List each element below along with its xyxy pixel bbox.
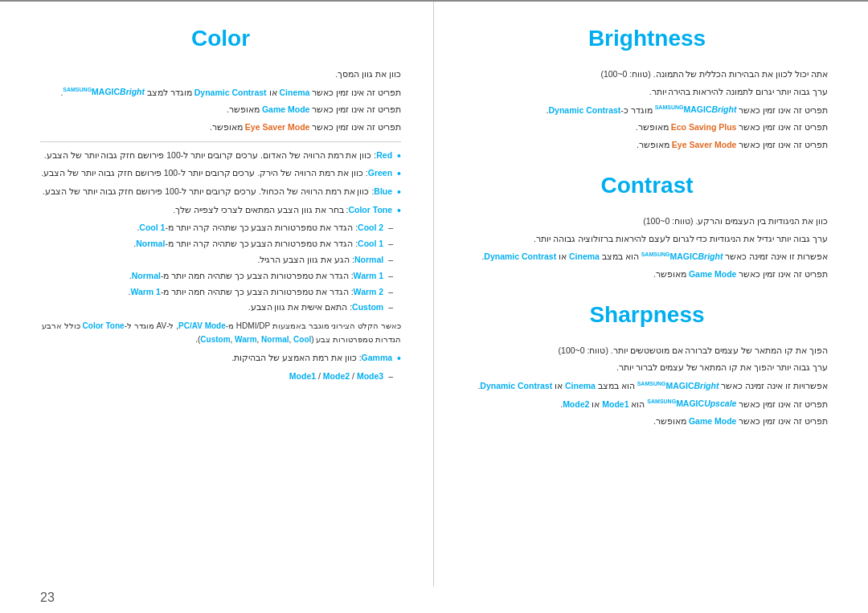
color-hdmi-note: כאשר הקלט הצירוני מוגבר באמצעות HDMI/DP … [40,319,401,346]
dash-text-warm1: Warm 1: הגדר את טמפרטורות הצבע כך שתהיה … [40,269,383,284]
color-intro: כוון את גוון המסך. [40,67,401,82]
brightness-p4: תפריט זה אינו זמין כאשר Eco Saving Plus … [466,121,828,135]
brightness-title: Brightness [466,26,828,51]
sharpness-body: הפוך את קו המתאר של עצמים לברורה אם מוטש… [466,344,828,429]
dash-text-custom: Custom: התאם אישית את גוון הצבע. [40,300,383,315]
bullet-blue: • Blue: כוון את רמת הרוויה של הכחול. ערכ… [40,185,401,201]
divider1 [40,141,401,142]
brightness-p3: תפריט זה אינו זמין כאשר SAMSUNGMAGICBrig… [466,103,828,117]
right-column: Brightness אתה יכול לכוון את הבהירות הכל… [434,2,868,586]
contrast-p2: ערך גבוה יותר יגדיל את הניגודיות כדי לגר… [466,232,828,247]
dash-warm2: – Warm 2: הגדר את טמפרטורות הצבע כך שתהי… [40,285,401,300]
dash-text-warm2: Warm 2: הגדר את טמפרטורות הצבע כך שתהיה … [40,285,383,300]
brightness-p1: אתה יכול לכוון את הבהירות הכללית של התמו… [466,67,828,82]
contrast-body: כוון את הניגודיות בין העצמים והרקע. (טוו… [466,215,828,282]
contrast-section: Contrast כוון את הניגודיות בין העצמים וה… [466,173,828,282]
brightness-section: Brightness אתה יכול לכוון את הבהירות הכל… [466,26,828,153]
bullet-gamma: • Gamma: כוון את רמת האמצע של הבהיקות. [40,351,401,367]
contrast-p3: אפשרות זו אינה זמינה כאשר SAMSUNGMAGICBr… [466,249,828,264]
dash-text-cool1: Cool 1: הגדר את טמפרטורות הצבע כך שתהיה … [40,237,383,251]
contrast-title: Contrast [466,173,828,198]
dash-marker-warm2: – [388,285,393,300]
dash-text-gamma-modes: Mode1 / Mode2 / Mode3 [40,370,383,384]
dash-marker-custom: – [388,300,393,315]
bullet-text-green: Green: כוון את רמת הרוויה של הירק. ערכים… [40,166,392,181]
bullet-text-gamma: Gamma: כוון את רמת האמצע של הבהיקות. [40,351,392,366]
dash-text-normal: Normal: הגע את גוון הצבע הרגיל. [40,253,383,268]
content-area: Color כוון את גוון המסך. תפריט זה אינו ז… [0,2,868,586]
page-number: 23 [40,591,55,605]
dash-normal: – Normal: הגע את גוון הצבע הרגיל. [40,253,401,268]
bullet-dot-red: • [397,149,401,165]
dash-marker-normal: – [388,253,393,268]
contrast-p4: תפריט זה אינו זמין כאשר Game Mode מאופשר… [466,268,828,282]
color-body: כוון את גוון המסך. תפריט זה אינו זמין כא… [40,67,401,384]
brightness-body: אתה יכול לכוון את הבהירות הכללית של התמו… [466,67,828,153]
dash-text-cool2: Cool 2: הגדר את טמפרטורות הצבע כך שתהיה … [40,221,383,235]
bullet-color-tone: • Color Tone: בחר את גוון הצבע המתאים לצ… [40,203,401,219]
dash-marker-warm1: – [388,269,393,284]
page: Color כוון את גוון המסך. תפריט זה אינו ז… [0,0,868,613]
dash-marker-gamma: – [388,370,393,384]
bullet-text-color-tone: Color Tone: בחר את גוון הצבע המתאים לצרכ… [40,203,392,218]
dash-gamma-modes: – Mode1 / Mode2 / Mode3 [40,370,401,384]
bottom-area: 23 [0,586,868,613]
bullet-dot-green: • [397,166,401,182]
dash-marker-cool2: – [388,221,393,235]
sharpness-p5: תפריט זה אינו זמין כאשר Game Mode מאופשר… [466,415,828,429]
bullet-dot-color-tone: • [397,203,401,219]
bullet-green: • Green: כוון את רמת הרוויה של הירק. ערכ… [40,166,401,182]
color-title: Color [40,26,401,51]
dash-marker-cool1: – [388,237,393,251]
dash-cool1: – Cool 1: הגדר את טמפרטורות הצבע כך שתהי… [40,237,401,251]
brightness-p2: ערך גבוה יותר יגרום לתמונה להיראות בהירה… [466,85,828,100]
bullet-dot-gamma: • [397,351,401,367]
color-note3: תפריט זה אינו זמין כאשר Eye Saver Mode מ… [40,121,401,135]
color-note2: תפריט זה אינו זמין כאשר Game Mode מאופשר… [40,103,401,117]
sharpness-title: Sharpness [466,302,828,328]
dash-warm1: – Warm 1: הגדר את טמפרטורות הצבע כך שתהי… [40,269,401,284]
sharpness-p1: הפוך את קו המתאר של עצמים לברורה אם מוטש… [466,344,828,358]
sharpness-p3: אפשרויות זו אינה זמינה כאשר SAMSUNGMAGIC… [466,378,828,393]
dash-custom: – Custom: התאם אישית את גוון הצבע. [40,300,401,315]
contrast-p1: כוון את הניגודיות בין העצמים והרקע. (טוו… [466,215,828,229]
sharpness-section: Sharpness הפוך את קו המתאר של עצמים לברו… [466,302,828,429]
sharpness-p4: תפריט זה אינו זמין כאשר SAMSUNGMAGICUpsc… [466,397,828,411]
left-column: Color כוון את גוון המסך. תפריט זה אינו ז… [0,2,434,586]
color-note1: תפריט זה אינו זמין כאשר Cinema או Dynami… [40,85,401,100]
bullet-dot-blue: • [397,185,401,201]
dash-cool2: – Cool 2: הגדר את טמפרטורות הצבע כך שתהי… [40,221,401,235]
bullet-red: • Red: כוון את רמת הרוויה של האדום. ערכי… [40,149,401,165]
bullet-text-blue: Blue: כוון את רמת הרוויה של הכחול. ערכים… [40,185,392,199]
sharpness-p2: ערך גבוה יותר יהפוך את קו המתאר של עצמים… [466,361,828,375]
bullet-text-red: Red: כוון את רמת הרוויה של האדום. ערכים … [40,149,392,163]
brightness-p5: תפריט זה אינו זמין כאשר Eye Saver Mode מ… [466,138,828,153]
